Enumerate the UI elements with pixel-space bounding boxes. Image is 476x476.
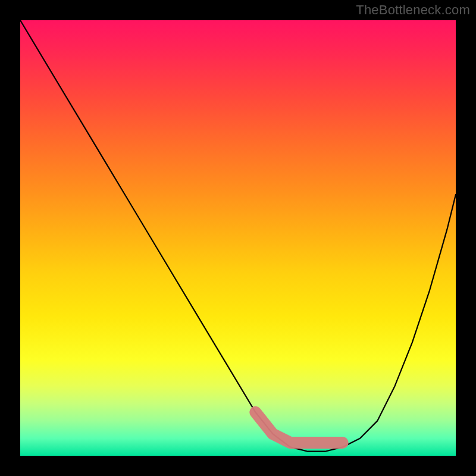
watermark-text: TheBottleneck.com (356, 2, 470, 18)
sweet-spot-band (255, 412, 342, 443)
plot-area (20, 20, 456, 456)
chart-overlay (20, 20, 456, 456)
bottleneck-curve (20, 20, 456, 452)
chart-frame: TheBottleneck.com (0, 0, 476, 476)
